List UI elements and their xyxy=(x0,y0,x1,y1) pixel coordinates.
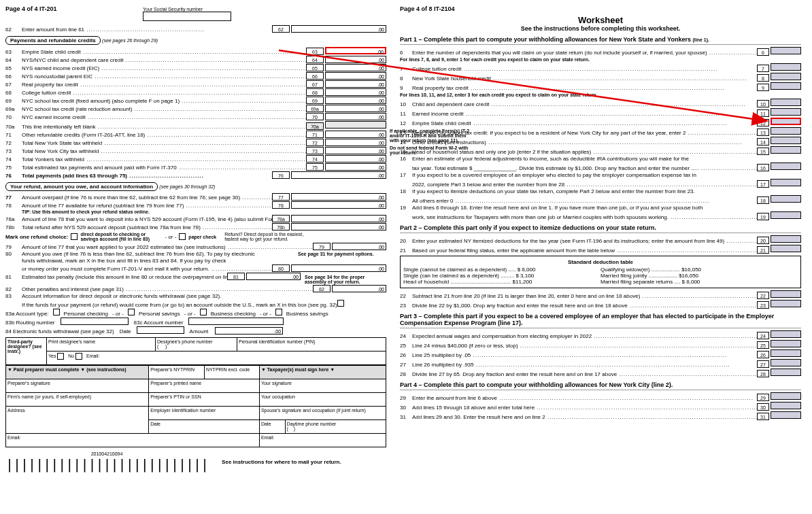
ws-line-24: 24 Expected annual wages and compensatio… xyxy=(400,330,801,339)
taxpayer-header: ▼ Taxpayer(s) must sign here ▼ xyxy=(261,367,335,372)
ws-line-29: 29 Enter the amount from line 6 above 29 xyxy=(400,392,801,401)
form-it-2104: Page 4 of 8 IT-2104 Worksheet See the in… xyxy=(400,5,801,473)
payment-line-69: 69 NYC school tax credit (fixed amount) … xyxy=(5,97,386,104)
part2-header: Part 2 – Complete this part only if you … xyxy=(400,224,801,233)
line78b-text: Total refund after NYS 529 account depos… xyxy=(22,224,272,230)
ws-line-28: 28 Divide line 27 by 65. Drop any fracti… xyxy=(400,369,801,377)
ein-label: Employer identification number xyxy=(150,408,216,413)
refund-note: Refund? Direct deposit is the easiest, f… xyxy=(224,232,313,241)
refund-choice-label: Mark one refund choice: xyxy=(5,234,68,240)
acct-num-label: 83c Account number xyxy=(134,320,184,326)
worksheet-subtitle: See the instructions before completing t… xyxy=(400,25,801,32)
acct-type-label: 83a Account type: xyxy=(5,311,49,317)
line83-text2: If the funds for your payment (or refund… xyxy=(22,302,337,308)
acct-num-input[interactable] xyxy=(188,318,284,325)
part4-header: Part 4 – Complete this part to compute y… xyxy=(400,381,801,390)
designee-phone-label: Designee's phone number xyxy=(157,339,213,344)
line62-text: Enter amount from line 61 xyxy=(22,27,204,33)
line80-text2: funds withdrawal, mark an X in the box a… xyxy=(22,258,386,264)
line80-amt[interactable]: .00 xyxy=(291,264,386,272)
amt84[interactable]: .00 xyxy=(215,327,283,335)
line77-amt[interactable]: .00 xyxy=(291,193,386,201)
line78b-box: 78b xyxy=(272,223,290,230)
ws-line-19: work, see instructions for Taxpayers wit… xyxy=(400,211,801,220)
side-note2: Do not send federal Form W-2 with your r… xyxy=(390,145,471,155)
line78a-text: Amount of line 78 that you want to depos… xyxy=(22,216,272,222)
line82-amt[interactable]: .00 xyxy=(332,285,386,292)
payment-line-75: 75 Total estimated tax payments and amou… xyxy=(5,163,386,171)
line78-tip: TIP: Use this amount to check your refun… xyxy=(22,209,150,214)
line80-note: See page 31 for payment options. xyxy=(298,252,386,256)
routing-label: 83b Routing number xyxy=(5,320,55,326)
prep-date: Date xyxy=(150,422,160,426)
line84-label: 84 Electronic funds withdrawal (see page… xyxy=(5,328,114,335)
line78-amt[interactable]: .00 xyxy=(291,201,386,209)
pc-checkbox[interactable] xyxy=(53,309,60,315)
section-payments: Payments and refundable credits xyxy=(5,36,101,45)
line62-amt[interactable]: .00 xyxy=(291,25,386,33)
refund-or: - or - xyxy=(165,234,176,240)
ws-line-31: 31 Add lines 29 and 30. Enter the result… xyxy=(400,411,801,420)
sig-email: Email: xyxy=(261,435,274,440)
ssn-input[interactable] xyxy=(143,12,231,21)
line78a-amt[interactable]: .00 xyxy=(291,215,386,222)
refund-paper-checkbox[interactable] xyxy=(179,233,186,240)
pin-label: Personal identification number (PIN) xyxy=(239,339,315,344)
line76-num: 76 xyxy=(5,173,22,179)
no-checkbox[interactable] xyxy=(75,353,82,360)
payment-line-72: 72 Total New York State tax withheld 72 … xyxy=(5,139,386,146)
your-sig: Your signature xyxy=(261,381,292,386)
routing-input[interactable] xyxy=(61,318,129,325)
std-ded-title: Standard deduction table xyxy=(403,259,798,265)
yes-checkbox[interactable] xyxy=(57,353,64,360)
refund-dd: direct deposit to checking or savings ac… xyxy=(80,232,162,241)
ws-line-25: 25 Line 24 minus $40,000 (if zero or les… xyxy=(400,340,801,349)
part3-header: Part 3 – Complete this part if you expec… xyxy=(400,313,801,328)
bc-checkbox[interactable] xyxy=(200,309,207,315)
refund-dd-checkbox[interactable] xyxy=(71,233,78,240)
line79-text: Amount of line 77 that you want applied … xyxy=(22,244,313,250)
ws-line-9: 9 Real property tax credit 9 xyxy=(400,82,801,91)
line79-amt[interactable]: .00 xyxy=(332,243,386,250)
line78b-amt[interactable]: .00 xyxy=(291,223,386,230)
line81-num: 81 xyxy=(5,274,22,280)
ws-line-26: 26 Line 25 multiplied by .05 26 xyxy=(400,349,801,358)
payments-see: (see pages 26 through 29) xyxy=(102,38,158,43)
line78-num: 78 xyxy=(5,203,22,209)
bs-checkbox[interactable] xyxy=(275,309,282,315)
print-name-label: Print designee's name xyxy=(48,339,95,344)
efw-date-input[interactable] xyxy=(137,326,184,334)
line82-note: See page 34 for the proper assembly of y… xyxy=(305,275,386,284)
line78a-box: 78a xyxy=(272,215,290,222)
payment-line-65: 65 NYS earned income credit (EIC) 65 .00 xyxy=(5,64,386,71)
payment-line-63: 63 Empire State child credit 63 .00 xyxy=(5,47,386,55)
line76-box: 76 xyxy=(272,171,290,179)
ws-line-12: 12 Empire State child credit 12 xyxy=(400,118,801,126)
part1-header: Part 1 – Complete this part to compute y… xyxy=(400,36,691,43)
your-occ: Your occupation xyxy=(261,394,295,399)
third-party-label: Third-party designee? (see instr.) xyxy=(7,339,42,354)
line80-text1: Amount you owe (if line 76 is less than … xyxy=(22,251,294,257)
acct-bs: Business savings xyxy=(286,311,328,317)
ws-line-27: 27 Line 26 multiplied by .935 27 xyxy=(400,359,801,368)
date-label: Date xyxy=(120,328,131,335)
payment-line-71: 71 Other refundable credits (Form IT-201… xyxy=(5,131,386,138)
line81-amt[interactable]: .00 xyxy=(246,273,301,280)
line78a-num: 78a xyxy=(5,216,22,222)
acct-bc: Business checking xyxy=(211,311,256,317)
prep-email: Email: xyxy=(7,435,20,440)
acct-pc: Personal checking xyxy=(64,311,108,317)
line77-num: 77 xyxy=(5,194,22,201)
address-label: Address xyxy=(7,408,25,413)
sig-date: Date xyxy=(261,422,271,426)
ws-line-6: 6 Enter the number of dependents that yo… xyxy=(400,47,801,56)
line82-box: 82 xyxy=(313,285,331,292)
line82-num: 82 xyxy=(5,286,22,292)
foreign-acct-checkbox[interactable] xyxy=(337,300,344,307)
daytime-phone: Daytime phone number xyxy=(287,422,337,426)
line79-num: 79 xyxy=(5,244,22,250)
line76-amt[interactable]: .00 xyxy=(291,171,386,179)
prep-name: Preparer's printed name xyxy=(150,381,201,386)
line82-text: Other penalties and interest (see page 3… xyxy=(22,286,313,292)
ps-checkbox[interactable] xyxy=(128,309,135,315)
